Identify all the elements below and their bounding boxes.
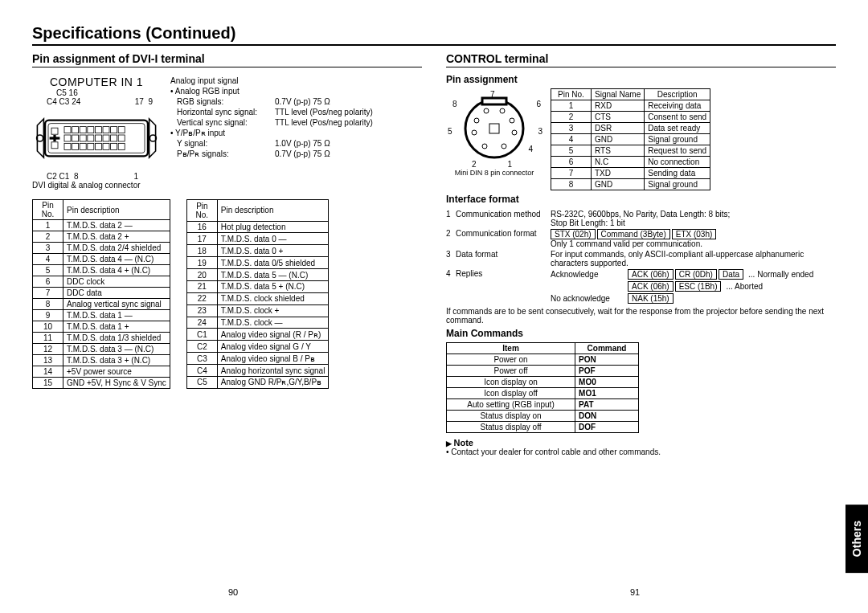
cell: 4 [33, 254, 63, 265]
din-p2: 2 [472, 160, 477, 169]
connector-note: DVI digital & analog connector [32, 181, 161, 190]
cell: 18 [186, 245, 217, 257]
cell: C1 [186, 329, 217, 341]
table-row: C1Analog video signal (R / Pʀ) [186, 329, 329, 341]
svg-rect-19 [72, 135, 79, 141]
cell: Status display off [447, 422, 575, 433]
t1-h2: Pin description [63, 200, 170, 220]
table-row: 24T.M.D.S. clock — [186, 317, 329, 329]
svg-rect-13 [88, 127, 94, 133]
dvi-connector: COMPUTER IN 1 C5 16 C4 C3 24 17 9 [32, 76, 161, 190]
svg-rect-22 [95, 135, 101, 141]
ctrl-top: 7 8 6 5 3 4 2 1 Mini DIN 8 pin connector… [446, 88, 836, 190]
svg-rect-30 [95, 143, 101, 149]
note-text: Contact your dealer for control cable an… [446, 447, 836, 456]
din-p4: 4 [528, 145, 533, 153]
table-row: 3T.M.D.S. data 2/4 shielded [33, 243, 170, 254]
table-row: 8Analog vertical sync signal [33, 299, 170, 310]
cell: T.M.D.S. data 0 + [217, 245, 329, 257]
intf2-b1: STX (02h) [551, 229, 596, 239]
table-row: 9T.M.D.S. data 1 — [33, 310, 170, 321]
svg-point-39 [472, 130, 477, 135]
lbl-c5: C5 [56, 88, 67, 97]
cell: Analog horizontal sync signal [217, 365, 329, 377]
din-p3: 3 [538, 127, 542, 136]
cell: 5 [551, 145, 592, 157]
svg-rect-5 [48, 124, 145, 153]
cell: 16 [186, 221, 217, 233]
intf3-v: For input commands, only ASCII-compliant… [551, 250, 836, 268]
table-row: 8GNDSignal ground [551, 179, 710, 190]
cell: T.M.D.S. data 0 — [217, 233, 329, 245]
din-wrapper: 7 8 6 5 3 4 2 1 Mini DIN 8 pin connector [446, 88, 542, 177]
svg-rect-28 [80, 143, 86, 149]
svg-rect-24 [111, 135, 117, 141]
intf4-b5: ESC (1Bh) [675, 281, 722, 292]
cell: Power off [447, 366, 575, 377]
dvi-connector-row: COMPUTER IN 1 C5 16 C4 C3 24 17 9 [32, 76, 422, 190]
cell: Power on [447, 354, 575, 366]
table-row: 23T.M.D.S. clock + [186, 304, 329, 317]
cell: 22 [186, 292, 217, 304]
cell: C4 [186, 365, 217, 377]
t2-h1: Pin No. [186, 200, 217, 222]
table-row: 2T.M.D.S. data 2 + [33, 231, 170, 243]
cell: Icon display on [447, 377, 575, 388]
svg-rect-26 [64, 143, 71, 149]
table-row: 7DDC data [33, 288, 170, 299]
intf4-nack: No acknowledge [551, 294, 623, 303]
intf-footer: If commands are to be sent consecutively… [446, 307, 836, 325]
cell: Status display on [447, 411, 575, 422]
svg-rect-25 [118, 135, 125, 141]
lbl-p1: 1 [133, 172, 138, 181]
table-row: 14+5V power source [33, 366, 170, 378]
cell: CTS [592, 112, 645, 123]
cell: 20 [186, 269, 217, 281]
svg-rect-23 [103, 135, 109, 141]
cell: 3 [551, 123, 592, 134]
table-row: 6N.CNo connection [551, 157, 710, 168]
cell: DSR [592, 123, 645, 134]
cell: No connection [645, 157, 710, 168]
svg-rect-20 [80, 135, 86, 141]
cell: T.M.D.S. data 3 + (N.C) [63, 355, 170, 366]
svg-rect-18 [64, 135, 71, 141]
svg-rect-21 [88, 135, 94, 141]
svg-point-40 [512, 130, 517, 135]
sig-pb-v: 0.7V (p-p) 75 Ω [275, 149, 330, 159]
table-row: 17T.M.D.S. data 0 — [186, 233, 329, 245]
table-row: C3Analog video signal B / Pʙ [186, 353, 329, 365]
svg-rect-6 [51, 128, 58, 134]
page-numbers: 90 91 [32, 587, 836, 597]
col-left: Pin assignment of DVI-I terminal COMPUTE… [32, 52, 422, 456]
table-row: 15GND +5V, H Sync & V Sync [33, 378, 170, 389]
intf1-k: Communication method [456, 210, 551, 219]
cell: Hot plug detection [217, 221, 329, 233]
sig-pb-k: Pʙ/Pʀ signals: [170, 149, 275, 159]
cell: 7 [551, 168, 592, 179]
cell: T.M.D.S. data 1 + [63, 321, 170, 333]
table-row: Power onPON [447, 354, 639, 366]
intf2-b3: ETX (03h) [672, 229, 717, 239]
cell: Analog video signal G / Y [217, 341, 329, 353]
cell: T.M.D.S. data 4 + (N.C) [63, 265, 170, 276]
pin-tables: Pin No.Pin description 1T.M.D.S. data 2 … [32, 199, 422, 389]
cell: T.M.D.S. data 2/4 shielded [63, 243, 170, 254]
table-row: 20T.M.D.S. data 5 — (N.C) [186, 269, 329, 281]
svg-rect-31 [103, 143, 109, 149]
cell: 17 [186, 233, 217, 245]
cell: Auto setting (RGB input) [447, 399, 575, 411]
intf4-b2: CR (0Dh) [675, 269, 717, 280]
t2-h2: Pin description [217, 200, 329, 222]
sig-rgb-k: RGB signals: [170, 96, 275, 107]
sig-hs-v: TTL level (Pos/neg polarity) [275, 107, 373, 117]
ctrl-heading: CONTROL terminal [446, 52, 836, 67]
dvi-heading: Pin assignment of DVI-I terminal [32, 52, 422, 67]
svg-rect-14 [95, 127, 101, 133]
cell: MO1 [575, 388, 639, 399]
cell: C2 [186, 341, 217, 353]
cell: T.M.D.S. data 4 — (N.C) [63, 254, 170, 265]
lbl-p8: 8 [74, 172, 79, 181]
lbl-p24: 24 [72, 97, 80, 106]
table-row: Status display onDON [447, 411, 639, 422]
